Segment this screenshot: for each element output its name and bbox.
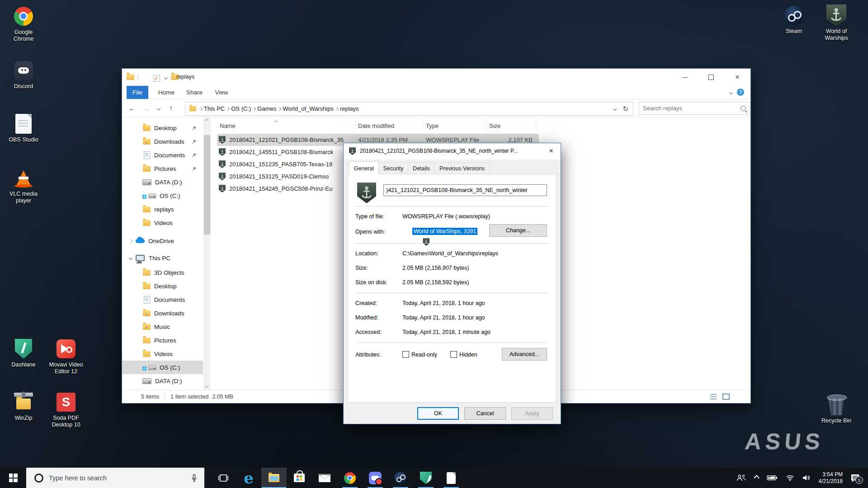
scroll-down-icon[interactable] xyxy=(205,384,208,388)
sidebar-item-downloads[interactable]: ↓ Downloads xyxy=(122,306,203,320)
help-icon[interactable]: ? xyxy=(737,89,744,96)
qat-customize-chevron-icon[interactable] xyxy=(164,76,168,80)
close-button[interactable]: × xyxy=(724,69,750,86)
taskbar-app-edge[interactable]: e xyxy=(236,468,261,488)
sidebar-scrollbar[interactable] xyxy=(203,117,211,390)
dialog-close-icon[interactable]: × xyxy=(549,146,553,155)
desktop-icon-recycle-bin[interactable]: Recycle Bin xyxy=(816,394,856,424)
dialog-titlebar[interactable]: 20180421_121021_PGSB108-Bismarck_35_NE_n… xyxy=(344,143,561,160)
menu-home[interactable]: Home xyxy=(154,86,179,99)
column-header-size[interactable]: Size xyxy=(486,119,536,132)
file-row[interactable]: 20180421_145511_PGSB108-Bismarck xyxy=(217,146,355,158)
tab-previous-versions[interactable]: Previous Versions xyxy=(434,162,490,174)
recent-locations-chevron-icon[interactable] xyxy=(157,107,160,110)
cancel-button[interactable]: Cancel xyxy=(464,407,506,420)
file-row[interactable]: 20180421_154245_PGSC508-Prinz-Eu xyxy=(217,183,355,195)
sidebar-item-3d-objects[interactable]: 3D Objects xyxy=(122,266,203,279)
task-view-button[interactable] xyxy=(211,468,236,488)
up-button[interactable]: ↑ xyxy=(165,102,177,115)
desktop-icon-discord[interactable]: Discord xyxy=(4,60,43,90)
apply-button[interactable]: Apply xyxy=(511,407,553,420)
tab-general[interactable]: General xyxy=(349,161,379,175)
microphone-icon[interactable] xyxy=(191,474,197,482)
address-dropdown-chevron-icon[interactable] xyxy=(613,107,617,110)
filename-input[interactable] xyxy=(383,184,547,196)
sidebar-item-this-pc[interactable]: This PC xyxy=(122,251,203,265)
sidebar-item-os-c-quick[interactable]: OS (C:) xyxy=(122,189,203,202)
column-header-type[interactable]: Type xyxy=(423,119,486,132)
sidebar-item-documents-quick[interactable]: Documents xyxy=(122,148,203,162)
sidebar-item-replays-quick[interactable]: replays xyxy=(122,202,203,216)
menu-share[interactable]: Share xyxy=(182,86,207,99)
breadcrumb-world-of-warships[interactable]: World_of_Warships xyxy=(281,105,335,112)
change-button[interactable]: Change... xyxy=(489,224,547,237)
expand-chevron-icon[interactable] xyxy=(129,239,132,243)
taskbar-app-steam[interactable] xyxy=(388,468,413,488)
wifi-icon[interactable] xyxy=(786,474,794,481)
taskbar-app-discord[interactable] xyxy=(363,468,388,488)
desktop-icon-google-chrome[interactable]: Google Chrome xyxy=(4,5,43,42)
volume-icon[interactable] xyxy=(802,474,811,481)
sidebar-item-videos[interactable]: Videos xyxy=(122,347,203,361)
tab-security[interactable]: Security xyxy=(378,162,409,174)
breadcrumb-this-pc[interactable]: This PC xyxy=(202,105,226,112)
sidebar-item-pictures[interactable]: Pictures xyxy=(122,333,203,347)
sidebar-item-documents[interactable]: Documents xyxy=(122,293,203,306)
hidden-checkbox[interactable] xyxy=(450,351,457,358)
breadcrumb-replays[interactable]: replays xyxy=(338,105,361,112)
taskbar-app-chrome[interactable] xyxy=(337,468,363,488)
maximize-button[interactable] xyxy=(698,69,724,86)
desktop-icon-soda-pdf[interactable]: S Soda PDF Desktop 10 xyxy=(46,391,86,428)
sidebar-item-os-c[interactable]: OS (C:) xyxy=(122,361,203,374)
action-center-button[interactable]: 1 xyxy=(850,474,860,482)
address-bar[interactable]: This PC OS (C:) Games World_of_Warships … xyxy=(185,102,633,116)
sidebar-item-data-d[interactable]: DATA (D:) xyxy=(122,374,203,388)
sidebar-item-desktop-quick[interactable]: Desktop xyxy=(122,121,203,135)
desktop-icon-movavi[interactable]: Movavi Video Editor 12 xyxy=(46,338,86,375)
refresh-icon[interactable]: ↻ xyxy=(623,105,628,113)
sidebar-item-data-d-quick[interactable]: DATA (D:) xyxy=(122,175,203,189)
taskbar-app-dashlane[interactable] xyxy=(413,468,439,488)
menu-file[interactable]: File xyxy=(127,86,148,99)
sidebar-item-onedrive[interactable]: OneDrive xyxy=(122,234,203,248)
desktop-icon-vlc[interactable]: VLC media player xyxy=(4,167,43,204)
breadcrumb-os-c[interactable]: OS (C:) xyxy=(229,105,253,112)
taskbar-app-store[interactable] xyxy=(287,468,312,488)
taskbar-app-document[interactable] xyxy=(439,468,464,488)
back-button[interactable]: ← xyxy=(126,102,138,115)
qat-properties-check-icon[interactable]: ✓ xyxy=(153,75,160,82)
column-header-name[interactable]: Name xyxy=(217,119,355,132)
breadcrumb-games[interactable]: Games xyxy=(255,105,278,112)
sidebar-item-pictures-quick[interactable]: Pictures xyxy=(122,162,203,175)
sidebar-item-videos-quick[interactable]: Videos xyxy=(122,216,203,230)
collapse-chevron-icon[interactable] xyxy=(129,256,132,260)
desktop-icon-winzip[interactable]: WinZip xyxy=(4,391,43,422)
column-header-date-modified[interactable]: Date modified xyxy=(355,119,423,132)
sidebar-item-desktop[interactable]: Desktop xyxy=(122,279,203,293)
forward-button[interactable]: → xyxy=(140,102,153,115)
hidden-icons-chevron-icon[interactable] xyxy=(755,476,759,480)
sidebar-item-music[interactable]: ♪ Music xyxy=(122,320,203,333)
desktop-icon-world-of-warships[interactable]: World of Warships xyxy=(816,5,856,42)
minimize-button[interactable] xyxy=(672,69,698,86)
file-row[interactable]: 20180421_153125_PASD019-Clemso xyxy=(217,170,355,183)
search-box[interactable]: Search replays xyxy=(639,102,750,115)
desktop-icon-dashlane[interactable]: Dashlane xyxy=(4,338,43,368)
advanced-button[interactable]: Advanced... xyxy=(502,348,547,361)
scroll-up-icon[interactable] xyxy=(205,119,208,122)
scrollbar-thumb[interactable] xyxy=(204,135,210,235)
search-icon[interactable] xyxy=(741,106,746,111)
taskbar-app-file-explorer[interactable] xyxy=(261,468,287,488)
ok-button[interactable]: OK xyxy=(417,407,459,420)
taskbar-search[interactable]: Type here to search xyxy=(26,468,204,488)
tab-details[interactable]: Details xyxy=(408,162,435,174)
start-button[interactable] xyxy=(0,468,26,488)
explorer-titlebar[interactable]: | ✓ | replays × xyxy=(122,69,750,86)
read-only-checkbox[interactable] xyxy=(402,351,409,358)
menu-view[interactable]: View xyxy=(210,86,233,99)
details-view-icon[interactable] xyxy=(710,394,717,400)
desktop-icon-steam[interactable]: Steam xyxy=(774,5,814,35)
taskbar-clock[interactable]: 3:54 PM 4/21/2018 xyxy=(819,471,843,485)
desktop-icon-obs-studio[interactable]: OBS Studio xyxy=(4,113,43,143)
taskbar-app-mail[interactable] xyxy=(312,468,337,488)
